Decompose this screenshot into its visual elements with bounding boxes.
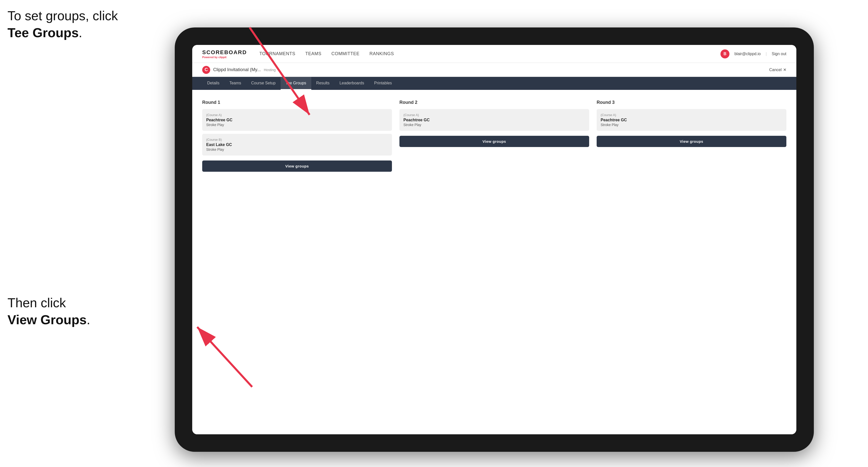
round-2-column: Round 2 (Course A) Peachtree GC Stroke P… — [399, 100, 589, 172]
course-card-1b: (Course B) East Lake GC Stroke Play — [202, 134, 392, 156]
tab-leaderboards[interactable]: Leaderboards — [335, 77, 369, 90]
course-format-3a: Stroke Play — [601, 123, 782, 127]
arrow-tee-groups — [225, 23, 324, 127]
sign-out-link[interactable]: Sign out — [772, 52, 786, 56]
arrow-view-groups — [182, 319, 277, 390]
course-label-2a: (Course A) — [403, 113, 585, 117]
instruction-top: To set groups, click Tee Groups. — [7, 7, 118, 41]
cancel-button[interactable]: Cancel ✕ — [769, 67, 786, 72]
user-email: blair@clippd.io — [735, 52, 761, 56]
svg-line-3 — [197, 327, 252, 387]
nav-rankings[interactable]: RANKINGS — [369, 51, 394, 56]
course-name-3a: Peachtree GC — [601, 118, 782, 122]
avatar: B — [720, 50, 730, 58]
tab-printables[interactable]: Printables — [369, 77, 397, 90]
svg-line-1 — [250, 27, 310, 115]
instruction-bottom-line2: View Groups. — [7, 311, 90, 329]
main-content: Round 1 (Course A) Peachtree GC Stroke P… — [192, 90, 796, 434]
course-label-1b: (Course B) — [206, 138, 388, 142]
round-2-title: Round 2 — [399, 100, 589, 105]
c-icon: C — [202, 66, 210, 74]
instruction-top-line2: Tee Groups. — [7, 25, 118, 41]
nav-links: TOURNAMENTS TEAMS COMMITTEE RANKINGS — [259, 51, 720, 56]
course-card-3a: (Course A) Peachtree GC Stroke Play — [597, 109, 786, 131]
view-groups-button-2[interactable]: View groups — [399, 136, 589, 147]
view-groups-button-1[interactable]: View groups — [202, 160, 392, 172]
course-format-2a: Stroke Play — [403, 123, 585, 127]
course-card-2a: (Course A) Peachtree GC Stroke Play — [399, 109, 589, 131]
course-label-3a: (Course A) — [601, 113, 782, 117]
view-groups-button-3[interactable]: View groups — [597, 136, 786, 147]
nav-committee[interactable]: COMMITTEE — [332, 51, 360, 56]
instruction-bottom: Then click View Groups. — [7, 294, 90, 328]
instruction-bottom-line1: Then click — [7, 294, 90, 311]
tab-details[interactable]: Details — [202, 77, 224, 90]
course-format-1b: Stroke Play — [206, 148, 388, 152]
course-name-1b: East Lake GC — [206, 143, 388, 147]
round-3-column: Round 3 (Course A) Peachtree GC Stroke P… — [597, 100, 786, 172]
instruction-top-line1: To set groups, click — [7, 7, 118, 25]
nav-right: B blair@clippd.io | Sign out — [720, 50, 786, 58]
round-3-title: Round 3 — [597, 100, 786, 105]
course-name-2a: Peachtree GC — [403, 118, 585, 122]
instruction-tee-groups: Tee Groups — [7, 26, 79, 40]
instruction-view-groups: View Groups — [7, 312, 87, 327]
